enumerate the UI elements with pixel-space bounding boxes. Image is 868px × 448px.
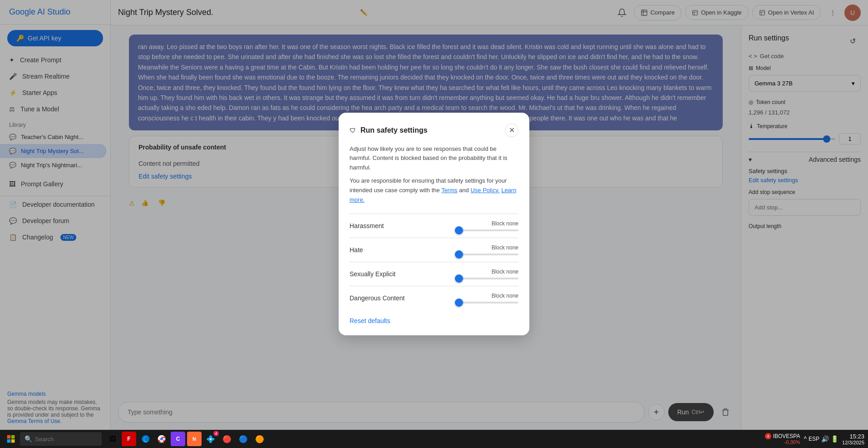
time-display: 15:23 bbox=[849, 433, 864, 440]
reset-defaults-button[interactable]: Reset defaults bbox=[350, 317, 390, 324]
taskbar-icon-edge[interactable] bbox=[138, 432, 153, 446]
terms-link[interactable]: Terms bbox=[441, 187, 457, 194]
battery-icon: 🔋 bbox=[831, 435, 838, 443]
svg-rect-2 bbox=[7, 435, 11, 439]
taskbar-icon-framer[interactable]: F bbox=[122, 432, 136, 446]
tray-icon-1: ^ bbox=[804, 435, 807, 443]
date-display: 12/3/2025 bbox=[842, 440, 864, 445]
taskbar-icon-notion[interactable]: N bbox=[187, 432, 202, 446]
taskbar-icon-photos[interactable]: 🖼 bbox=[105, 432, 120, 446]
modal-overlay[interactable]: 🛡 Run safety settings ✕ Adjust how likel… bbox=[0, 0, 868, 448]
taskbar-icon-chrome[interactable] bbox=[154, 432, 169, 446]
svg-rect-3 bbox=[11, 435, 15, 439]
lang-indicator: ESP bbox=[809, 436, 819, 442]
svg-rect-5 bbox=[11, 439, 15, 443]
taskbar-search[interactable]: 🔍 bbox=[20, 432, 102, 446]
safety-row-dangerous-content: Dangerous Content Block none bbox=[350, 286, 518, 310]
start-button[interactable] bbox=[4, 432, 18, 446]
taskbar-search-icon: 🔍 bbox=[25, 435, 32, 443]
taskbar-icon-app1[interactable]: 🟠 bbox=[252, 432, 267, 446]
taskbar-right: 4 IBOVESPA -0,30% ^ ESP 🔊 🔋 15:23 12/3/2… bbox=[765, 433, 864, 445]
safety-row-harassment: Harassment Block none bbox=[350, 214, 518, 238]
stock-indicator: 4 IBOVESPA -0,30% bbox=[765, 433, 800, 445]
stock-change: -0,30% bbox=[784, 439, 800, 445]
modal-footer: Reset defaults bbox=[350, 310, 518, 324]
speaker-icon: 🔊 bbox=[821, 435, 829, 443]
system-tray: ^ ESP 🔊 🔋 bbox=[804, 435, 838, 443]
safety-row-hate: Hate Block none bbox=[350, 238, 518, 262]
svg-rect-4 bbox=[7, 439, 11, 443]
shield-icon: 🛡 bbox=[350, 127, 356, 134]
modal-description-1: Adjust how likely you are to see respons… bbox=[350, 144, 518, 173]
taskbar-icon-reddit[interactable]: 🔴 bbox=[220, 432, 234, 446]
stock-name: IBOVESPA bbox=[773, 433, 800, 439]
safety-row-sexually-explicit: Sexually Explicit Block none bbox=[350, 262, 518, 286]
safety-settings-modal: 🛡 Run safety settings ✕ Adjust how likel… bbox=[339, 113, 529, 336]
taskbar-icon-nordvpn[interactable]: 🔵 bbox=[236, 432, 251, 446]
modal-close-button[interactable]: ✕ bbox=[505, 124, 518, 137]
taskbar-icon-slack[interactable]: 💠 4 bbox=[203, 432, 218, 446]
notification-badge: 4 bbox=[765, 433, 771, 439]
taskbar: 🔍 🖼 F C N 💠 4 🔴 🔵 🟠 bbox=[0, 430, 868, 448]
modal-title: Run safety settings bbox=[360, 126, 500, 134]
modal-header: 🛡 Run safety settings ✕ bbox=[350, 124, 518, 137]
taskbar-search-input[interactable] bbox=[35, 436, 80, 443]
clock: 15:23 12/3/2025 bbox=[842, 433, 864, 445]
modal-description-2: You are responsible for ensuring that sa… bbox=[350, 176, 518, 204]
taskbar-icon-canva[interactable]: C bbox=[171, 432, 185, 446]
use-policy-link[interactable]: Use Policy. bbox=[470, 187, 499, 194]
